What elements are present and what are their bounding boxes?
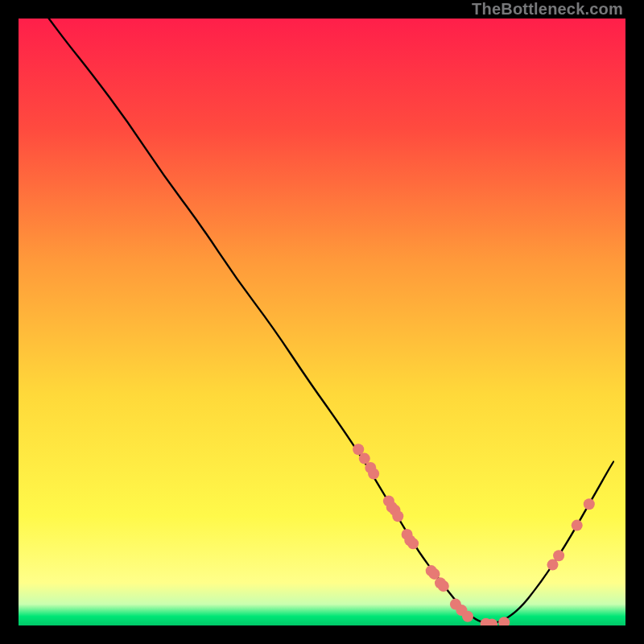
data-point bbox=[392, 510, 403, 522]
gradient-bg bbox=[19, 19, 625, 625]
chart-frame bbox=[19, 19, 625, 625]
data-point bbox=[462, 611, 473, 622]
data-point bbox=[368, 469, 379, 480]
data-point bbox=[407, 538, 419, 549]
data-point bbox=[438, 580, 449, 592]
data-point bbox=[359, 453, 370, 464]
watermark-text: TheBottleneck.com bbox=[472, 0, 623, 19]
chart-svg bbox=[19, 19, 625, 625]
data-point bbox=[584, 498, 595, 510]
data-point bbox=[553, 550, 564, 561]
data-point bbox=[572, 520, 583, 531]
